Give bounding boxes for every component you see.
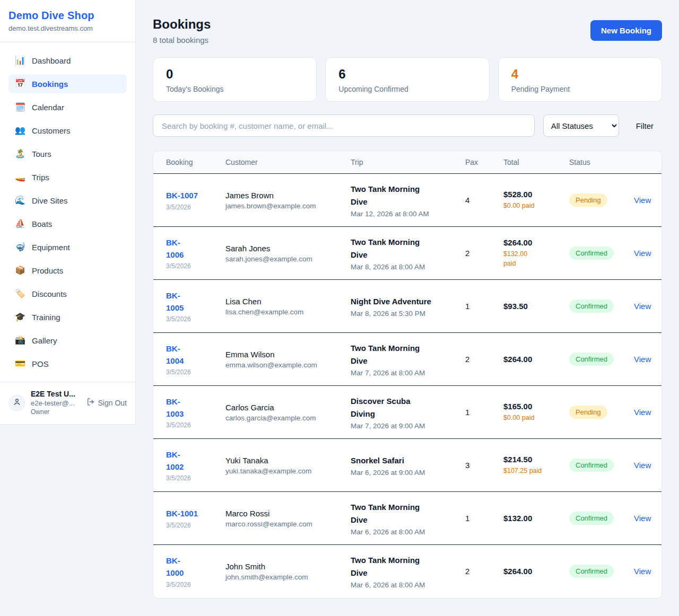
total-cell: $93.50	[503, 280, 569, 333]
customer-cell: Marco Rossi marco.rossi@example.com	[225, 492, 351, 545]
nav-icon: 📅	[15, 80, 25, 88]
page-header: Bookings 8 total bookings New Booking	[153, 17, 662, 45]
stat-card: 4 Pending Payment	[498, 57, 662, 102]
column-header-status: Status	[569, 151, 634, 174]
view-link[interactable]: View	[634, 249, 651, 258]
sidebar-item-dashboard[interactable]: 📊 Dashboard	[8, 51, 127, 70]
view-link[interactable]: View	[634, 567, 651, 576]
customer-cell: Emma Wilson emma.wilson@example.com	[225, 333, 351, 386]
filter-button[interactable]: Filter	[628, 121, 662, 130]
trip-datetime: Mar 7, 2026 at 9:00 AM	[351, 422, 459, 430]
booking-id-link[interactable]: BK-1006	[166, 236, 184, 261]
pax-cell: 2	[465, 545, 503, 598]
nav-icon: 📊	[15, 56, 25, 65]
customer-email: john.smith@example.com	[225, 573, 344, 581]
total-cell: $165.00 $0.00 paid	[503, 386, 569, 439]
customer-cell: John Smith john.smith@example.com	[225, 545, 351, 598]
sidebar-item-label: Tours	[32, 149, 51, 159]
table-controls: All Statuses Filter	[153, 115, 662, 137]
sidebar-item-boats[interactable]: ⛵ Boats	[8, 214, 127, 233]
booking-cell: BK-1007 3/5/2026	[153, 174, 225, 227]
sidebar-item-dive-sites[interactable]: 🌊 Dive Sites	[8, 191, 127, 210]
sidebar-item-pos[interactable]: 💳 POS	[8, 354, 127, 373]
booking-id-link[interactable]: BK-1000	[166, 555, 184, 579]
trip-datetime: Mar 7, 2026 at 8:00 AM	[351, 369, 459, 377]
booking-id-link[interactable]: BK-1002	[166, 448, 184, 473]
page-header-text: Bookings 8 total bookings	[153, 17, 211, 45]
nav-icon: 🏝️	[15, 149, 25, 158]
column-header-booking: Booking	[153, 151, 225, 174]
paid-amount: $0.00 paid	[503, 201, 563, 210]
customer-name: Carlos Garcia	[225, 403, 344, 412]
action-cell: View	[634, 280, 661, 333]
stats-row: 0 Today's Bookings 6 Upcoming Confirmed …	[153, 57, 662, 102]
view-link[interactable]: View	[634, 514, 651, 523]
trip-cell: Two Tank MorningDive Mar 6, 2026 at 8:00…	[351, 492, 465, 545]
total-cell: $264.00	[503, 333, 569, 386]
booking-date: 3/5/2026	[166, 581, 219, 588]
page-subtitle: 8 total bookings	[153, 36, 211, 45]
sidebar-item-training[interactable]: 🎓 Training	[8, 307, 127, 327]
trip-datetime: Mar 8, 2026 at 5:30 PM	[351, 310, 459, 318]
sign-out-button[interactable]: Sign Out	[86, 398, 127, 408]
sidebar-item-gallery[interactable]: 📸 Gallery	[8, 331, 127, 350]
bookings-table-card: BookingCustomerTripPaxTotalStatus BK-100…	[153, 151, 662, 599]
sidebar-item-products[interactable]: 📦 Products	[8, 261, 127, 280]
nav-icon: 📸	[15, 336, 25, 345]
main-content: Bookings 8 total bookings New Booking 0 …	[136, 0, 679, 615]
customer-name: John Smith	[225, 562, 344, 571]
user-icon	[13, 398, 21, 408]
trip-cell: Two Tank MorningDive Mar 7, 2026 at 8:00…	[351, 333, 465, 386]
trip-cell: Snorkel Safari Mar 6, 2026 at 9:00 AM	[351, 439, 465, 492]
nav-icon: 🤿	[15, 243, 25, 251]
customer-cell: James Brown james.brown@example.com	[225, 174, 351, 227]
view-link[interactable]: View	[634, 355, 651, 364]
view-link[interactable]: View	[634, 408, 651, 417]
sidebar-item-discounts[interactable]: 🏷️ Discounts	[8, 284, 127, 303]
status-cell: Confirmed	[569, 439, 634, 492]
sidebar-item-label: Equipment	[32, 243, 70, 252]
sidebar-item-trips[interactable]: 🚤 Trips	[8, 168, 127, 187]
view-link[interactable]: View	[634, 302, 651, 311]
trip-cell: Two Tank MorningDive Mar 12, 2026 at 8:0…	[351, 174, 465, 227]
column-header-total: Total	[503, 151, 569, 174]
status-filter-select[interactable]: All Statuses	[543, 115, 619, 137]
sidebar-item-tours[interactable]: 🏝️ Tours	[8, 144, 127, 163]
sidebar-item-equipment[interactable]: 🤿 Equipment	[8, 237, 127, 257]
booking-id-link[interactable]: BK-1001	[166, 507, 198, 520]
sidebar-item-bookings[interactable]: 📅 Bookings	[8, 74, 127, 93]
status-cell: Confirmed	[569, 333, 634, 386]
status-badge: Pending	[569, 193, 607, 207]
sidebar-item-calendar[interactable]: 🗓️ Calendar	[8, 98, 127, 117]
bookings-table: BookingCustomerTripPaxTotalStatus BK-100…	[153, 151, 661, 598]
new-booking-button[interactable]: New Booking	[590, 20, 662, 41]
stat-card: 0 Today's Bookings	[153, 57, 317, 102]
table-row: BK-1007 3/5/2026 James Brown james.brown…	[153, 174, 661, 227]
sidebar-item-customers[interactable]: 👥 Customers	[8, 121, 127, 140]
status-badge: Confirmed	[569, 459, 614, 472]
customer-email: sarah.jones@example.com	[225, 255, 344, 263]
table-row: BK-1003 3/5/2026 Carlos Garcia carlos.ga…	[153, 386, 661, 439]
user-email: e2e-tester@...	[31, 399, 75, 407]
view-link[interactable]: View	[634, 461, 651, 470]
nav-icon: ⛵	[15, 219, 25, 228]
customer-email: james.brown@example.com	[225, 202, 344, 210]
booking-id-link[interactable]: BK-1003	[166, 395, 184, 420]
pax-value: 1	[465, 408, 469, 417]
nav-icon: 🏷️	[15, 289, 25, 298]
booking-id-link[interactable]: BK-1007	[166, 189, 198, 201]
booking-id-link[interactable]: BK-1005	[166, 289, 184, 314]
booking-id-link[interactable]: BK-1004	[166, 342, 184, 367]
brand-name: Demo Dive Shop	[8, 10, 127, 22]
search-input[interactable]	[153, 115, 535, 137]
customer-email: yuki.tanaka@example.com	[225, 467, 344, 475]
pax-cell: 1	[465, 492, 503, 545]
trip-name: Snorkel Safari	[351, 454, 459, 467]
pax-value: 3	[465, 461, 469, 470]
total-amount: $165.00	[503, 402, 563, 411]
booking-cell: BK-1004 3/5/2026	[153, 333, 225, 386]
action-cell: View	[634, 174, 661, 227]
table-row: BK-1000 3/5/2026 John Smith john.smith@e…	[153, 545, 661, 598]
table-row: BK-1004 3/5/2026 Emma Wilson emma.wilson…	[153, 333, 661, 386]
view-link[interactable]: View	[634, 196, 651, 205]
